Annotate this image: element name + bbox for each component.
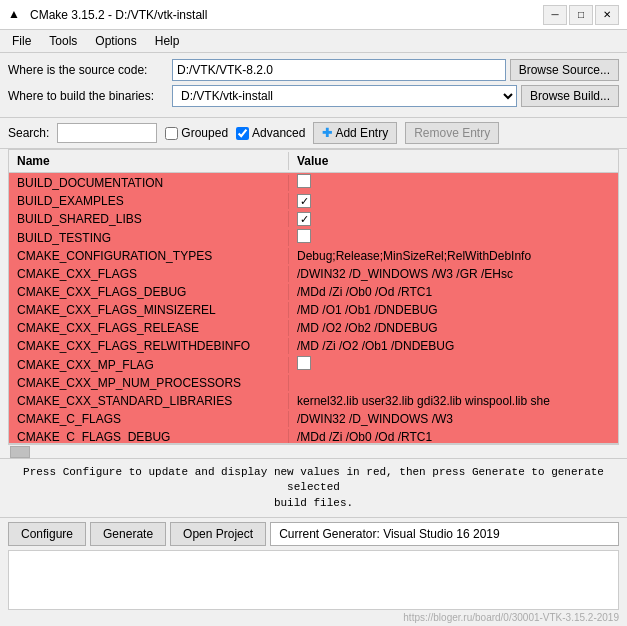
cell-name: CMAKE_C_FLAGS bbox=[9, 411, 289, 427]
cell-name: CMAKE_CXX_FLAGS bbox=[9, 266, 289, 282]
checkbox-cell[interactable] bbox=[297, 212, 311, 226]
table-row[interactable]: CMAKE_CONFIGURATION_TYPESDebug;Release;M… bbox=[9, 247, 618, 265]
checkbox-cell[interactable] bbox=[297, 174, 311, 188]
window-controls: ─ □ ✕ bbox=[543, 5, 619, 25]
col-value-header: Value bbox=[289, 152, 618, 170]
grouped-checkbox-label[interactable]: Grouped bbox=[165, 126, 228, 140]
cell-value: kernel32.lib user32.lib gdi32.lib winspo… bbox=[289, 393, 618, 409]
cell-name: CMAKE_CXX_FLAGS_DEBUG bbox=[9, 284, 289, 300]
cell-name: CMAKE_CONFIGURATION_TYPES bbox=[9, 248, 289, 264]
build-row: Where to build the binaries: D:/VTK/vtk-… bbox=[8, 85, 619, 107]
generate-button[interactable]: Generate bbox=[90, 522, 166, 546]
cell-name: BUILD_TESTING bbox=[9, 230, 289, 246]
cell-name: BUILD_SHARED_LIBS bbox=[9, 211, 289, 227]
cell-value: /DWIN32 /D_WINDOWS /W3 /GR /EHsc bbox=[289, 266, 618, 282]
table-body[interactable]: BUILD_DOCUMENTATIONBUILD_EXAMPLESBUILD_S… bbox=[9, 173, 618, 443]
table-row[interactable]: BUILD_TESTING bbox=[9, 228, 618, 247]
browse-build-button[interactable]: Browse Build... bbox=[521, 85, 619, 107]
cell-name: CMAKE_C_FLAGS_DEBUG bbox=[9, 429, 289, 443]
menu-bar: File Tools Options Help bbox=[0, 30, 627, 53]
cell-name: CMAKE_CXX_FLAGS_MINSIZEREL bbox=[9, 302, 289, 318]
cell-name: CMAKE_CXX_STANDARD_LIBRARIES bbox=[9, 393, 289, 409]
checkbox-cell[interactable] bbox=[297, 194, 311, 208]
cell-value: /MDd /Zi /Ob0 /Od /RTC1 bbox=[289, 284, 618, 300]
menu-options[interactable]: Options bbox=[87, 32, 144, 50]
build-label: Where to build the binaries: bbox=[8, 89, 168, 103]
cell-name: BUILD_EXAMPLES bbox=[9, 193, 289, 209]
add-entry-button[interactable]: ✚ Add Entry bbox=[313, 122, 397, 144]
table-row[interactable]: CMAKE_CXX_FLAGS_RELWITHDEBINFO/MD /Zi /O… bbox=[9, 337, 618, 355]
title-bar: ▲ CMake 3.15.2 - D:/VTK/vtk-install ─ □ … bbox=[0, 0, 627, 30]
cell-name: CMAKE_CXX_MP_NUM_PROCESSORS bbox=[9, 375, 289, 391]
scrollbar-x-thumb[interactable] bbox=[10, 446, 30, 458]
table-row[interactable]: CMAKE_CXX_FLAGS/DWIN32 /D_WINDOWS /W3 /G… bbox=[9, 265, 618, 283]
configure-button[interactable]: Configure bbox=[8, 522, 86, 546]
status-line1: Press Configure to update and display ne… bbox=[23, 466, 604, 493]
table-row[interactable]: CMAKE_CXX_MP_NUM_PROCESSORS bbox=[9, 374, 618, 392]
add-entry-label: Add Entry bbox=[335, 126, 388, 140]
table-row[interactable]: CMAKE_CXX_FLAGS_DEBUG/MDd /Zi /Ob0 /Od /… bbox=[9, 283, 618, 301]
source-row: Where is the source code: Browse Source.… bbox=[8, 59, 619, 81]
grouped-checkbox[interactable] bbox=[165, 127, 178, 140]
horizontal-scrollbar[interactable] bbox=[8, 444, 619, 458]
browse-source-button[interactable]: Browse Source... bbox=[510, 59, 619, 81]
table-row[interactable]: CMAKE_CXX_STANDARD_LIBRARIESkernel32.lib… bbox=[9, 392, 618, 410]
cell-value: Debug;Release;MinSizeRel;RelWithDebInfo bbox=[289, 248, 618, 264]
table-row[interactable]: BUILD_DOCUMENTATION bbox=[9, 173, 618, 192]
remove-entry-label: Remove Entry bbox=[414, 126, 490, 140]
col-name-header: Name bbox=[9, 152, 289, 170]
cell-value: /MD /O2 /Ob2 /DNDEBUG bbox=[289, 320, 618, 336]
search-label: Search: bbox=[8, 126, 49, 140]
window-title: CMake 3.15.2 - D:/VTK/vtk-install bbox=[30, 8, 207, 22]
table-row[interactable]: BUILD_SHARED_LIBS bbox=[9, 210, 618, 228]
bottom-buttons: Configure Generate Open Project Current … bbox=[0, 517, 627, 550]
cell-value bbox=[289, 355, 618, 374]
output-area bbox=[8, 550, 619, 610]
source-input[interactable] bbox=[172, 59, 506, 81]
cell-name: CMAKE_CXX_FLAGS_RELWITHDEBINFO bbox=[9, 338, 289, 354]
cell-value bbox=[289, 211, 618, 228]
cell-value bbox=[289, 228, 618, 247]
advanced-checkbox[interactable] bbox=[236, 127, 249, 140]
cell-value: /DWIN32 /D_WINDOWS /W3 bbox=[289, 411, 618, 427]
menu-help[interactable]: Help bbox=[147, 32, 188, 50]
menu-tools[interactable]: Tools bbox=[41, 32, 85, 50]
open-project-button[interactable]: Open Project bbox=[170, 522, 266, 546]
table-row[interactable]: CMAKE_CXX_MP_FLAG bbox=[9, 355, 618, 374]
minimize-button[interactable]: ─ bbox=[543, 5, 567, 25]
table-row[interactable]: CMAKE_C_FLAGS_DEBUG/MDd /Zi /Ob0 /Od /RT… bbox=[9, 428, 618, 443]
status-line2: build files. bbox=[274, 497, 353, 509]
table-row[interactable]: CMAKE_CXX_FLAGS_MINSIZEREL/MD /O1 /Ob1 /… bbox=[9, 301, 618, 319]
cell-value: /MDd /Zi /Ob0 /Od /RTC1 bbox=[289, 429, 618, 443]
menu-file[interactable]: File bbox=[4, 32, 39, 50]
close-button[interactable]: ✕ bbox=[595, 5, 619, 25]
cell-value bbox=[289, 193, 618, 210]
table-row[interactable]: BUILD_EXAMPLES bbox=[9, 192, 618, 210]
search-input[interactable] bbox=[57, 123, 157, 143]
cmake-table: Name Value BUILD_DOCUMENTATIONBUILD_EXAM… bbox=[8, 149, 619, 444]
checkbox-cell[interactable] bbox=[297, 356, 311, 370]
watermark: https://bloger.ru/board/0/30001-VTK-3.15… bbox=[0, 610, 627, 625]
maximize-button[interactable]: □ bbox=[569, 5, 593, 25]
search-bar: Search: Grouped Advanced ✚ Add Entry Rem… bbox=[0, 118, 627, 149]
checkbox-cell[interactable] bbox=[297, 229, 311, 243]
cell-value bbox=[289, 173, 618, 192]
advanced-label: Advanced bbox=[252, 126, 305, 140]
cell-value bbox=[289, 382, 618, 384]
table-row[interactable]: CMAKE_CXX_FLAGS_RELEASE/MD /O2 /Ob2 /DND… bbox=[9, 319, 618, 337]
source-label: Where is the source code: bbox=[8, 63, 168, 77]
grouped-label: Grouped bbox=[181, 126, 228, 140]
build-select[interactable]: D:/VTK/vtk-install bbox=[172, 85, 517, 107]
remove-entry-button[interactable]: Remove Entry bbox=[405, 122, 499, 144]
cell-value: /MD /O1 /Ob1 /DNDEBUG bbox=[289, 302, 618, 318]
cell-value: /MD /Zi /O2 /Ob1 /DNDEBUG bbox=[289, 338, 618, 354]
advanced-checkbox-label[interactable]: Advanced bbox=[236, 126, 305, 140]
table-header: Name Value bbox=[9, 150, 618, 173]
app-icon: ▲ bbox=[8, 7, 24, 23]
cell-name: BUILD_DOCUMENTATION bbox=[9, 175, 289, 191]
table-row[interactable]: CMAKE_C_FLAGS/DWIN32 /D_WINDOWS /W3 bbox=[9, 410, 618, 428]
generator-label: Current Generator: Visual Studio 16 2019 bbox=[270, 522, 619, 546]
cell-name: CMAKE_CXX_FLAGS_RELEASE bbox=[9, 320, 289, 336]
source-build-form: Where is the source code: Browse Source.… bbox=[0, 53, 627, 118]
main-container: Name Value BUILD_DOCUMENTATIONBUILD_EXAM… bbox=[0, 149, 627, 458]
